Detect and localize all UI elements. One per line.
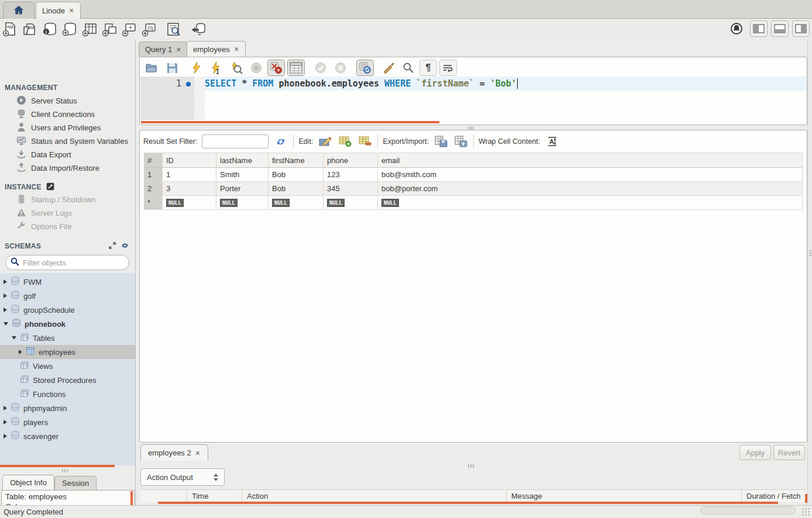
cell-null[interactable]: NULL	[378, 196, 803, 210]
reconnect-db-icon[interactable]	[188, 20, 208, 38]
wrap-cell-content-icon[interactable]: A	[545, 134, 560, 149]
tree-item-functions[interactable]: Functions	[0, 387, 135, 401]
beautify-icon[interactable]	[380, 60, 397, 76]
result-filter-input[interactable]	[202, 134, 269, 149]
cell-phone[interactable]: 123	[324, 168, 378, 182]
toggle-bottom-panel-icon[interactable]	[771, 20, 789, 37]
column-header[interactable]: phone	[324, 153, 378, 168]
tree-item-table-employees[interactable]: employees	[0, 345, 135, 359]
sidebar-item-data-export[interactable]: Data Export	[0, 148, 136, 161]
export-recordset-icon[interactable]	[433, 134, 449, 149]
insert-row-icon[interactable]	[338, 134, 353, 149]
expand-arrow-icon[interactable]	[19, 350, 22, 354]
cell-null[interactable]: NULL	[163, 196, 216, 210]
cell-email[interactable]: bob@smith.com	[378, 168, 803, 182]
cell-null[interactable]: NULL	[324, 196, 378, 210]
sidebar-item-data-import[interactable]: Data Import/Restore	[0, 161, 136, 175]
close-icon[interactable]: ×	[233, 45, 239, 53]
explain-icon[interactable]	[228, 60, 245, 76]
search-data-icon[interactable]	[164, 20, 184, 38]
edit-cell-icon[interactable]	[318, 134, 333, 149]
home-tab[interactable]	[3, 2, 35, 19]
cell-null[interactable]: NULL	[216, 196, 269, 210]
inspect-database-icon[interactable]: i	[40, 20, 60, 38]
create-schema-icon[interactable]	[60, 20, 80, 38]
cell-null[interactable]: NULL	[269, 196, 324, 210]
output-column-icon[interactable]	[140, 490, 187, 502]
output-column-header[interactable]: Action	[242, 490, 507, 502]
stop-icon[interactable]	[247, 60, 265, 76]
commit-icon[interactable]	[312, 60, 329, 76]
tree-item-tables[interactable]: Tables	[0, 331, 135, 345]
column-header[interactable]: lastName	[216, 153, 269, 168]
cell-id[interactable]: 1	[163, 168, 216, 182]
cell-firstname[interactable]: Bob	[269, 168, 324, 182]
toggle-left-panel-icon[interactable]	[750, 20, 768, 37]
output-hscrollbar[interactable]	[158, 502, 778, 504]
limit-rows-icon[interactable]	[287, 60, 305, 76]
create-procedure-icon[interactable]	[119, 20, 139, 38]
right-panel-splitter[interactable]	[807, 40, 812, 505]
output-selector[interactable]: Action Output	[140, 468, 225, 486]
cell-lastname[interactable]: Porter	[216, 182, 269, 196]
create-view-icon[interactable]	[99, 20, 119, 38]
table-row[interactable]: 2 3 Porter Bob 345 bob@porter.com	[144, 182, 803, 196]
column-header[interactable]: #	[144, 153, 163, 168]
revert-button[interactable]: Revert	[773, 445, 805, 460]
find-icon[interactable]	[400, 60, 417, 76]
expand-arrow-icon[interactable]	[4, 293, 7, 298]
editor-hscrollbar[interactable]	[141, 121, 439, 123]
open-sql-script-icon[interactable]: SQL	[20, 20, 40, 38]
sidebar-item-client-connections[interactable]: Client Connections	[0, 108, 136, 121]
close-icon[interactable]: ×	[176, 46, 181, 54]
tree-item-stored-procedures[interactable]: Stored Procedures	[0, 373, 135, 387]
expand-arrow-icon[interactable]	[4, 406, 7, 410]
sidebar-item-startup-shutdown[interactable]: Startup / Shutdown	[0, 193, 136, 206]
refresh-schemas-icon[interactable]	[121, 241, 129, 251]
rollback-icon[interactable]	[332, 60, 349, 76]
apply-button[interactable]: Apply	[739, 445, 771, 460]
window-resize-grip[interactable]	[801, 507, 811, 517]
sidebar-scrollbar[interactable]	[0, 465, 115, 467]
create-function-icon[interactable]: {0}	[139, 20, 159, 38]
column-header[interactable]: firstName	[269, 153, 324, 168]
sidebar-item-users-privileges[interactable]: Users and Privileges	[0, 121, 136, 134]
cell-lastname[interactable]: Smith	[216, 168, 269, 182]
close-icon[interactable]: ×	[68, 6, 74, 15]
tab-query-1[interactable]: Query 1 ×	[139, 42, 188, 57]
tab-session[interactable]: Session	[54, 476, 97, 490]
expand-arrow-icon[interactable]	[4, 308, 7, 312]
tab-result-employees-2[interactable]: employees 2 ×	[140, 444, 208, 461]
save-icon[interactable]	[163, 60, 181, 76]
delete-row-icon[interactable]	[357, 134, 373, 149]
expand-arrow-icon[interactable]	[4, 434, 7, 438]
autocommit-icon[interactable]	[356, 60, 374, 76]
tree-item-schema-golf[interactable]: golf	[0, 289, 135, 303]
execute-icon[interactable]	[188, 60, 205, 76]
table-row-new[interactable]: * NULL NULL NULL NULL NULL	[144, 196, 803, 210]
cell-email[interactable]: bob@porter.com	[378, 182, 803, 196]
import-recordset-icon[interactable]	[453, 134, 469, 149]
tab-employees[interactable]: employees ×	[187, 41, 246, 57]
sidebar-item-options-file[interactable]: Options File	[0, 220, 136, 233]
output-column-header[interactable]: Duration / Fetch	[742, 490, 806, 502]
create-table-icon[interactable]	[80, 20, 99, 38]
column-header[interactable]: email	[378, 153, 803, 168]
expand-arrow-icon[interactable]	[4, 279, 7, 284]
sidebar-item-status-variables[interactable]: Status and System Variables	[0, 134, 136, 148]
right-splitter-handle[interactable]	[809, 250, 811, 256]
tree-item-schema-phpmyadmin[interactable]: phpmyadmin	[0, 401, 135, 415]
output-column-header[interactable]: Time	[187, 490, 242, 502]
tree-item-schema-phonebook[interactable]: phonebook	[0, 317, 135, 331]
collapse-arrow-icon[interactable]	[4, 322, 8, 326]
wrap-text-icon[interactable]	[439, 60, 457, 76]
execute-current-icon[interactable]	[208, 60, 225, 76]
sql-code-line[interactable]: SELECT * FROM phonebook.employees WHERE …	[205, 77, 806, 91]
cell-firstname[interactable]: Bob	[269, 182, 324, 196]
collapse-arrow-icon[interactable]	[12, 336, 16, 340]
notification-icon[interactable]	[727, 20, 746, 37]
cell-phone[interactable]: 345	[324, 182, 378, 196]
tree-item-schema-fwm[interactable]: FWM	[0, 275, 135, 289]
tree-item-schema-groupschedule[interactable]: groupSchedule	[0, 303, 135, 317]
stop-on-error-icon[interactable]	[267, 60, 285, 76]
